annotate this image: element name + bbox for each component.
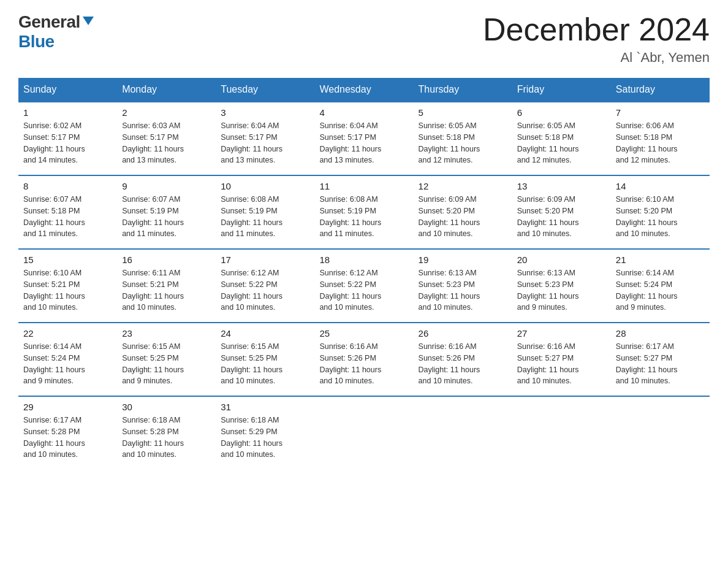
calendar-header-row: SundayMondayTuesdayWednesdayThursdayFrid… [18,78,710,102]
title-block: December 2024 Al `Abr, Yemen [483,12,710,66]
calendar-day-cell [512,396,611,469]
calendar-day-cell: 7Sunrise: 6:06 AM Sunset: 5:18 PM Daylig… [611,102,710,175]
day-number: 4 [319,107,408,118]
day-info: Sunrise: 6:04 AM Sunset: 5:17 PM Dayligh… [319,120,408,166]
calendar-day-cell: 19Sunrise: 6:13 AM Sunset: 5:23 PM Dayli… [414,249,512,323]
calendar-day-cell: 25Sunrise: 6:16 AM Sunset: 5:26 PM Dayli… [314,323,413,396]
weekday-header-cell: Friday [512,78,611,102]
day-info: Sunrise: 6:17 AM Sunset: 5:27 PM Dayligh… [616,341,705,387]
calendar-day-cell [314,396,413,469]
day-info: Sunrise: 6:07 AM Sunset: 5:19 PM Dayligh… [122,194,211,240]
day-number: 12 [419,181,507,191]
day-number: 23 [122,328,211,339]
day-info: Sunrise: 6:11 AM Sunset: 5:21 PM Dayligh… [122,267,211,313]
day-info: Sunrise: 6:09 AM Sunset: 5:20 PM Dayligh… [517,194,606,240]
day-number: 2 [122,107,211,118]
calendar-week-row: 1Sunrise: 6:02 AM Sunset: 5:17 PM Daylig… [18,102,710,175]
day-number: 7 [616,107,705,118]
day-info: Sunrise: 6:05 AM Sunset: 5:18 PM Dayligh… [419,120,507,166]
day-info: Sunrise: 6:15 AM Sunset: 5:25 PM Dayligh… [221,341,309,387]
page-header: General Blue December 2024 Al `Abr, Yeme… [18,12,710,66]
day-info: Sunrise: 6:18 AM Sunset: 5:28 PM Dayligh… [122,415,211,461]
day-number: 15 [23,255,112,265]
calendar-day-cell: 23Sunrise: 6:15 AM Sunset: 5:25 PM Dayli… [117,323,216,396]
calendar-day-cell: 17Sunrise: 6:12 AM Sunset: 5:22 PM Dayli… [216,249,314,323]
calendar-table: SundayMondayTuesdayWednesdayThursdayFrid… [18,78,710,469]
day-number: 31 [221,402,309,412]
logo-arrow-icon [82,14,95,28]
day-info: Sunrise: 6:12 AM Sunset: 5:22 PM Dayligh… [319,267,408,313]
day-number: 16 [122,255,211,265]
day-number: 11 [319,181,408,191]
day-number: 25 [319,328,408,339]
weekday-header-cell: Tuesday [216,78,314,102]
calendar-day-cell: 22Sunrise: 6:14 AM Sunset: 5:24 PM Dayli… [18,323,117,396]
calendar-day-cell: 10Sunrise: 6:08 AM Sunset: 5:19 PM Dayli… [216,175,314,249]
weekday-header-cell: Wednesday [314,78,413,102]
day-number: 5 [419,107,507,118]
location-title: Al `Abr, Yemen [483,50,710,66]
calendar-body: 1Sunrise: 6:02 AM Sunset: 5:17 PM Daylig… [18,102,710,469]
day-info: Sunrise: 6:06 AM Sunset: 5:18 PM Dayligh… [616,120,705,166]
day-number: 21 [616,255,705,265]
day-info: Sunrise: 6:16 AM Sunset: 5:26 PM Dayligh… [419,341,507,387]
svg-marker-0 [83,17,94,25]
day-number: 26 [419,328,507,339]
day-info: Sunrise: 6:16 AM Sunset: 5:27 PM Dayligh… [517,341,606,387]
day-info: Sunrise: 6:13 AM Sunset: 5:23 PM Dayligh… [419,267,507,313]
day-number: 22 [23,328,112,339]
calendar-day-cell: 28Sunrise: 6:17 AM Sunset: 5:27 PM Dayli… [611,323,710,396]
day-info: Sunrise: 6:05 AM Sunset: 5:18 PM Dayligh… [517,120,606,166]
day-number: 8 [23,181,112,191]
calendar-day-cell [414,396,512,469]
calendar-day-cell: 9Sunrise: 6:07 AM Sunset: 5:19 PM Daylig… [117,175,216,249]
calendar-day-cell: 20Sunrise: 6:13 AM Sunset: 5:23 PM Dayli… [512,249,611,323]
day-number: 18 [319,255,408,265]
logo: General Blue [18,12,95,52]
day-number: 13 [517,181,606,191]
day-info: Sunrise: 6:15 AM Sunset: 5:25 PM Dayligh… [122,341,211,387]
calendar-day-cell: 29Sunrise: 6:17 AM Sunset: 5:28 PM Dayli… [18,396,117,469]
day-number: 27 [517,328,606,339]
day-info: Sunrise: 6:10 AM Sunset: 5:21 PM Dayligh… [23,267,112,313]
day-info: Sunrise: 6:10 AM Sunset: 5:20 PM Dayligh… [616,194,705,240]
calendar-day-cell: 5Sunrise: 6:05 AM Sunset: 5:18 PM Daylig… [414,102,512,175]
calendar-day-cell: 8Sunrise: 6:07 AM Sunset: 5:18 PM Daylig… [18,175,117,249]
calendar-week-row: 15Sunrise: 6:10 AM Sunset: 5:21 PM Dayli… [18,249,710,323]
day-info: Sunrise: 6:03 AM Sunset: 5:17 PM Dayligh… [122,120,211,166]
day-info: Sunrise: 6:04 AM Sunset: 5:17 PM Dayligh… [221,120,309,166]
calendar-day-cell [611,396,710,469]
calendar-day-cell: 3Sunrise: 6:04 AM Sunset: 5:17 PM Daylig… [216,102,314,175]
calendar-day-cell: 24Sunrise: 6:15 AM Sunset: 5:25 PM Dayli… [216,323,314,396]
day-number: 20 [517,255,606,265]
day-number: 30 [122,402,211,412]
calendar-day-cell: 21Sunrise: 6:14 AM Sunset: 5:24 PM Dayli… [611,249,710,323]
calendar-day-cell: 30Sunrise: 6:18 AM Sunset: 5:28 PM Dayli… [117,396,216,469]
day-info: Sunrise: 6:14 AM Sunset: 5:24 PM Dayligh… [616,267,705,313]
day-number: 1 [23,107,112,118]
calendar-day-cell: 4Sunrise: 6:04 AM Sunset: 5:17 PM Daylig… [314,102,413,175]
day-info: Sunrise: 6:13 AM Sunset: 5:23 PM Dayligh… [517,267,606,313]
day-number: 10 [221,181,309,191]
calendar-day-cell: 11Sunrise: 6:08 AM Sunset: 5:19 PM Dayli… [314,175,413,249]
day-info: Sunrise: 6:18 AM Sunset: 5:29 PM Dayligh… [221,415,309,461]
day-info: Sunrise: 6:16 AM Sunset: 5:26 PM Dayligh… [319,341,408,387]
calendar-week-row: 8Sunrise: 6:07 AM Sunset: 5:18 PM Daylig… [18,175,710,249]
calendar-day-cell: 26Sunrise: 6:16 AM Sunset: 5:26 PM Dayli… [414,323,512,396]
day-number: 9 [122,181,211,191]
calendar-week-row: 22Sunrise: 6:14 AM Sunset: 5:24 PM Dayli… [18,323,710,396]
calendar-day-cell: 16Sunrise: 6:11 AM Sunset: 5:21 PM Dayli… [117,249,216,323]
day-number: 19 [419,255,507,265]
day-info: Sunrise: 6:12 AM Sunset: 5:22 PM Dayligh… [221,267,309,313]
calendar-day-cell: 27Sunrise: 6:16 AM Sunset: 5:27 PM Dayli… [512,323,611,396]
day-info: Sunrise: 6:09 AM Sunset: 5:20 PM Dayligh… [419,194,507,240]
calendar-week-row: 29Sunrise: 6:17 AM Sunset: 5:28 PM Dayli… [18,396,710,469]
day-info: Sunrise: 6:08 AM Sunset: 5:19 PM Dayligh… [221,194,309,240]
calendar-day-cell: 18Sunrise: 6:12 AM Sunset: 5:22 PM Dayli… [314,249,413,323]
day-number: 14 [616,181,705,191]
calendar-day-cell: 6Sunrise: 6:05 AM Sunset: 5:18 PM Daylig… [512,102,611,175]
calendar-day-cell: 12Sunrise: 6:09 AM Sunset: 5:20 PM Dayli… [414,175,512,249]
day-number: 29 [23,402,112,412]
weekday-header-cell: Monday [117,78,216,102]
day-number: 6 [517,107,606,118]
